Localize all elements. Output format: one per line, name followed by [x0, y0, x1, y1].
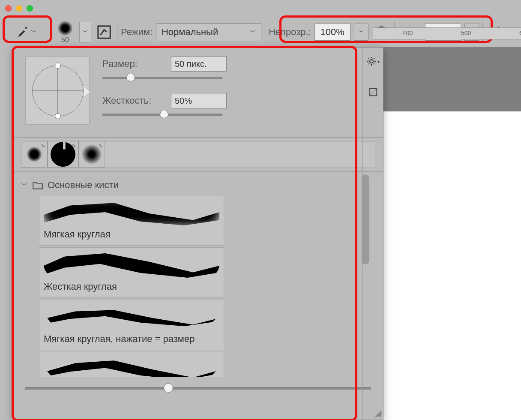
brush-preset-name: Жесткая круглая — [44, 281, 219, 292]
brush-preset-item[interactable]: Жесткая круглая — [39, 247, 224, 298]
hardness-slider[interactable] — [102, 114, 222, 116]
brush-icon: ✎ — [99, 143, 103, 149]
close-window-button[interactable] — [5, 5, 12, 12]
brush-settings-panel-button[interactable] — [95, 23, 114, 42]
document-canvas[interactable] — [373, 111, 521, 420]
slider-thumb[interactable] — [126, 73, 135, 81]
brush-stroke-preview — [44, 303, 219, 330]
chevron-down-icon: ﹀ — [31, 28, 37, 36]
new-preset-button[interactable] — [364, 83, 383, 102]
angle-handle[interactable] — [55, 113, 61, 119]
divider — [265, 22, 265, 42]
recent-brushes-empty — [105, 141, 375, 168]
hardness-label: Жесткость: — [102, 95, 162, 106]
popover-sidebar: ▾ — [362, 48, 383, 420]
brush-preset-item[interactable]: Жесткая круглая, нажатие = размер — [39, 352, 224, 377]
chevron-down-icon: ﹀ — [82, 28, 88, 36]
brush-icon: ✎ — [72, 143, 76, 149]
brush-preset-list: ﹀ Основные кисти Мягкая круглаяЖесткая к… — [13, 172, 383, 377]
horizontal-ruler: 400 500 600 — [373, 27, 521, 39]
brush-stroke-preview — [44, 356, 219, 377]
folder-icon — [32, 180, 43, 190]
brush-folder-header[interactable]: ﹀ Основные кисти — [21, 177, 375, 193]
brush-panel-icon — [97, 25, 111, 39]
slider-thumb[interactable] — [164, 383, 173, 393]
minimize-window-button[interactable] — [16, 5, 22, 12]
brush-preset-dropdown[interactable]: ﹀ — [79, 22, 91, 42]
brush-angle-widget[interactable] — [25, 56, 90, 125]
chevron-down-icon: ﹀ — [21, 181, 28, 190]
divider — [117, 22, 117, 42]
blend-mode-value: Нормальный — [162, 27, 218, 38]
brush-size-readout: 50 — [61, 36, 69, 44]
angle-crosshair — [32, 65, 84, 117]
size-label: Размер: — [102, 58, 162, 69]
current-tool-brush[interactable]: ﹀ — [4, 20, 47, 44]
recent-brush[interactable]: ✎ — [48, 141, 78, 168]
brush-tip-settings: Размер: 50 пикс. Жесткость: 50% — [13, 48, 383, 138]
blend-mode-label: Режим: — [121, 27, 153, 38]
svg-point-5 — [370, 60, 373, 63]
opacity-input[interactable]: 100% — [314, 24, 350, 41]
recent-brush[interactable]: ✎ — [78, 141, 105, 168]
brush-preview-dot — [57, 21, 73, 36]
opacity-dropdown[interactable]: ﹀ — [354, 24, 368, 41]
chevron-down-icon: ﹀ — [358, 28, 364, 36]
size-slider[interactable] — [102, 77, 222, 79]
brush-thumb — [27, 147, 42, 162]
blend-mode-select[interactable]: Нормальный ﹀ — [156, 23, 261, 41]
brush-icon: ✎ — [41, 143, 45, 149]
brush-preset-swatch[interactable]: 50 — [54, 21, 76, 44]
chevron-down-icon: ﹀ — [250, 28, 256, 36]
hardness-input[interactable]: 50% — [171, 93, 227, 108]
brush-preset-name: Мягкая круглая — [44, 229, 219, 240]
preview-size-slider-row — [13, 377, 383, 399]
brush-preset-item[interactable]: Мягкая круглая — [39, 195, 224, 246]
size-input[interactable]: 50 пикс. — [171, 56, 227, 72]
chevron-down-icon: ▾ — [377, 59, 380, 64]
new-preset-icon — [368, 87, 378, 97]
zoom-window-button[interactable] — [27, 5, 33, 12]
brush-folder-title: Основные кисти — [48, 180, 119, 191]
preview-size-slider[interactable] — [25, 387, 371, 390]
angle-arrow-icon[interactable] — [84, 87, 90, 96]
opacity-label: Непрозр.: — [269, 27, 311, 38]
brush-preset-popover: Размер: 50 пикс. Жесткость: 50% ✎ ✎ ✎ — [13, 47, 383, 420]
brush-stroke-preview — [44, 251, 219, 278]
angle-handle[interactable] — [55, 63, 61, 69]
svg-rect-0 — [98, 26, 110, 38]
recent-brush[interactable]: ✎ — [21, 141, 48, 168]
brush-stroke-preview — [44, 199, 219, 225]
brush-preset-name: Мягкая круглая, нажатие = размер — [44, 333, 219, 345]
brush-preset-item[interactable]: Мягкая круглая, нажатие = размер — [39, 300, 224, 350]
resize-grip-icon[interactable]: ◢ — [375, 408, 381, 418]
recent-brushes-strip: ✎ ✎ ✎ — [13, 138, 383, 172]
slider-thumb[interactable] — [160, 110, 168, 118]
panel-menu-button[interactable]: ▾ — [364, 52, 383, 71]
divider — [51, 22, 51, 42]
window-titlebar — [0, 0, 521, 17]
brush-icon — [15, 25, 29, 39]
gear-icon — [366, 56, 377, 66]
